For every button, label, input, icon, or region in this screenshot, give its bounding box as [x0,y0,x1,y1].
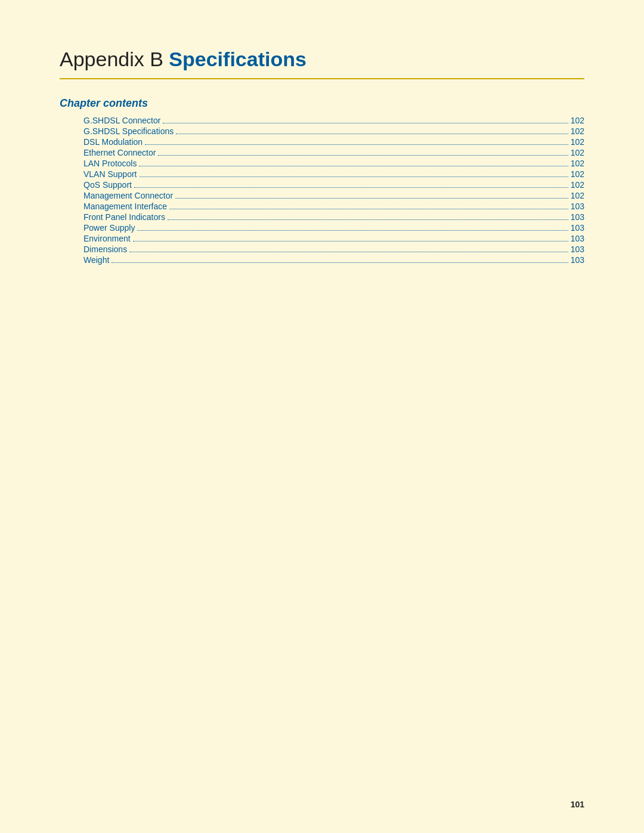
toc-item: DSL Modulation102 [83,137,584,147]
toc-dots [112,262,568,263]
toc-link[interactable]: Management Connector [83,191,173,200]
toc-page-number: 102 [571,159,584,168]
toc-dots [133,241,568,241]
toc-item: G.SHDSL Specifications102 [83,126,584,136]
toc-page-number: 103 [571,255,584,265]
toc-link[interactable]: Dimensions [83,244,127,254]
toc-page-number: 103 [571,244,584,254]
page-title: Appendix B Specifications [60,48,584,71]
toc-page-number: 102 [571,116,584,125]
toc-link[interactable]: Environment [83,234,131,243]
toc-dots [134,187,568,188]
toc-dots [168,219,568,220]
toc-link[interactable]: G.SHDSL Connector [83,116,160,125]
toc-link[interactable]: Weight [83,255,109,265]
toc-dots [163,123,568,123]
toc-item: G.SHDSL Connector102 [83,116,584,125]
page-header: Appendix B Specifications [60,48,584,79]
page-number: 101 [571,800,584,809]
toc-item: Dimensions103 [83,244,584,254]
toc-page-number: 103 [571,223,584,233]
toc-dots [137,230,568,231]
chapter-contents-section: Chapter contents G.SHDSL Connector102G.S… [60,97,584,265]
toc-link[interactable]: QoS Support [83,180,132,190]
toc-item: Environment103 [83,234,584,243]
page-container: Appendix B Specifications Chapter conten… [0,0,644,833]
toc-dots [176,134,568,134]
toc-dots [139,166,568,166]
toc-item: Management Interface103 [83,202,584,211]
toc-page-number: 102 [571,126,584,136]
toc-link[interactable]: LAN Protocols [83,159,137,168]
toc-page-number: 103 [571,212,584,222]
toc-link[interactable]: G.SHDSL Specifications [83,126,174,136]
toc-dots [158,155,568,156]
toc-item: Power Supply103 [83,223,584,233]
toc-link[interactable]: Front Panel Indicators [83,212,165,222]
toc-item: Management Connector102 [83,191,584,200]
toc-link[interactable]: Ethernet Connector [83,148,156,157]
toc-page-number: 102 [571,169,584,179]
chapter-contents-heading: Chapter contents [60,97,584,110]
toc-item: Front Panel Indicators103 [83,212,584,222]
toc-link[interactable]: DSL Modulation [83,137,143,147]
toc-dots [169,209,568,209]
toc-link[interactable]: Management Interface [83,202,167,211]
specifications-title: Specifications [169,48,306,70]
toc-page-number: 103 [571,234,584,243]
toc-page-number: 102 [571,191,584,200]
toc-dots [175,198,568,199]
toc-item: QoS Support102 [83,180,584,190]
toc-list: G.SHDSL Connector102G.SHDSL Specificatio… [83,116,584,265]
toc-page-number: 102 [571,137,584,147]
appendix-label: Appendix B [60,48,163,70]
toc-link[interactable]: Power Supply [83,223,135,233]
toc-dots [145,144,568,145]
toc-page-number: 102 [571,148,584,157]
toc-item: Weight103 [83,255,584,265]
toc-dots [140,176,568,177]
toc-item: Ethernet Connector102 [83,148,584,157]
toc-page-number: 103 [571,202,584,211]
toc-link[interactable]: VLAN Support [83,169,137,179]
toc-item: LAN Protocols102 [83,159,584,168]
toc-item: VLAN Support102 [83,169,584,179]
toc-dots [129,252,568,252]
toc-page-number: 102 [571,180,584,190]
